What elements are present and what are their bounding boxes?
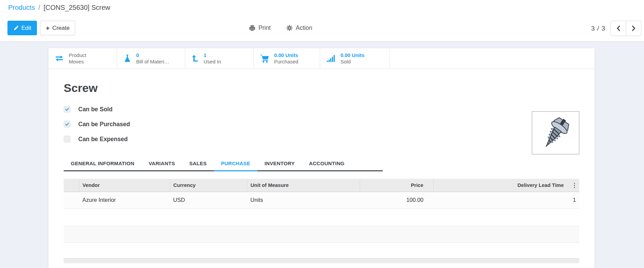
breadcrumb: Products / [CONS_25630] Screw: [8, 4, 110, 12]
vendor-pricelist-table: Vendor Currency Unit of Measure Price De…: [64, 179, 579, 209]
column-header-unit-of-measure[interactable]: Unit of Measure: [247, 179, 360, 192]
stat-value: 0.00 Units: [274, 52, 298, 58]
stat-button-box: Product Moves 0 Bill of Materi…: [48, 48, 595, 69]
toolbar: Edit + Create Print: [0, 21, 644, 36]
pager-next-button[interactable]: [626, 21, 641, 36]
stat-button-sold[interactable]: 0.00 Units Sold: [320, 48, 390, 69]
tab-accounting[interactable]: ACCOUNTING: [302, 157, 352, 170]
table-row[interactable]: Azure Interior USD Units 100.00 1: [64, 192, 579, 208]
checkbox-can-be-purchased[interactable]: Can be Purchased: [64, 120, 579, 128]
edit-button[interactable]: Edit: [7, 21, 37, 35]
screw-image: [537, 115, 574, 151]
chevron-right-icon: [631, 25, 636, 32]
checkbox-label: Can be Purchased: [78, 121, 130, 128]
stat-button-used-in[interactable]: 1 Used In: [185, 48, 254, 69]
print-menu-label: Print: [258, 24, 271, 32]
action-menu[interactable]: Action: [286, 24, 312, 32]
breadcrumb-current-record: [CONS_25630] Screw: [44, 4, 110, 12]
cell-vendor[interactable]: Azure Interior: [79, 192, 170, 208]
page-title: Screw: [64, 81, 579, 95]
checkbox-can-be-sold[interactable]: Can be Sold: [64, 106, 579, 113]
pager-previous-button[interactable]: [610, 21, 626, 36]
edit-button-label: Edit: [21, 25, 31, 32]
chevron-left-icon: [616, 25, 621, 32]
tab-sales[interactable]: SALES: [182, 157, 214, 170]
pager-buttons: [610, 21, 641, 36]
pager-count: 3 / 3: [591, 25, 605, 32]
create-button[interactable]: + Create: [40, 21, 75, 35]
create-button-label: Create: [52, 25, 69, 32]
notebook-tabs: GENERAL INFORMATION VARIANTS SALES PURCH…: [64, 157, 383, 171]
checkbox-unchecked-icon[interactable]: [64, 136, 70, 142]
stat-button-purchased[interactable]: 0.00 Units Purchased: [254, 48, 320, 69]
stat-button-product-moves[interactable]: Product Moves: [48, 48, 117, 69]
checkbox-can-be-expensed[interactable]: Can be Expensed: [64, 135, 579, 143]
stat-label: Used In: [204, 58, 221, 65]
product-image[interactable]: [532, 111, 579, 154]
cell-price[interactable]: 100.00: [360, 192, 433, 208]
print-menu[interactable]: Print: [249, 24, 271, 32]
column-header-label: Delivery Lead Time: [518, 182, 564, 188]
stat-label: Product: [69, 52, 86, 58]
stat-value: 0.00 Units: [340, 52, 365, 58]
pencil-icon: [13, 25, 19, 31]
tab-general-information[interactable]: GENERAL INFORMATION: [64, 157, 142, 170]
printer-icon: [249, 25, 255, 31]
action-menu-label: Action: [296, 24, 312, 32]
plus-icon: +: [46, 25, 49, 31]
empty-section-band: [64, 258, 579, 263]
column-header-vendor[interactable]: Vendor: [79, 179, 170, 192]
checkbox-checked-icon[interactable]: [64, 121, 70, 128]
empty-section-band: [64, 226, 579, 243]
column-header-price[interactable]: Price: [360, 179, 433, 192]
drag-handle-cell: [64, 192, 79, 208]
toolbar-left-buttons: Edit + Create: [7, 21, 75, 35]
gear-icon: [286, 25, 293, 31]
pager: 3 / 3: [591, 21, 641, 36]
checkbox-label: Can be Expensed: [78, 136, 128, 143]
cart-icon: [259, 54, 270, 63]
form-sheet: Product Moves 0 Bill of Materi…: [48, 48, 595, 268]
tab-purchase[interactable]: PURCHASE: [214, 157, 257, 171]
column-options-icon[interactable]: ⋮: [572, 182, 577, 188]
drag-handle-column-header: [64, 179, 79, 192]
stat-label: Sold: [340, 58, 365, 65]
checkbox-label: Can be Sold: [78, 106, 112, 113]
sheet-body: Screw Can be Sold Can be Purchased Can b…: [48, 81, 595, 263]
cell-unit-of-measure[interactable]: Units: [247, 192, 360, 208]
stat-label: Moves: [69, 58, 86, 65]
column-header-currency[interactable]: Currency: [170, 179, 247, 192]
checkbox-checked-icon[interactable]: [64, 106, 70, 113]
breadcrumb-products-link[interactable]: Products: [8, 4, 35, 12]
stat-label: Purchased: [274, 58, 298, 65]
control-panel: Products / [CONS_25630] Screw Edit + Cre…: [0, 0, 644, 42]
tab-variants[interactable]: VARIANTS: [142, 157, 182, 170]
stat-value: 0: [136, 52, 169, 58]
toolbar-center-menus: Print: [249, 21, 312, 35]
exchange-icon: [54, 54, 64, 63]
bar-chart-icon: [326, 54, 336, 63]
table-header-row: Vendor Currency Unit of Measure Price De…: [64, 179, 579, 192]
stat-label: Bill of Materi…: [136, 58, 169, 65]
cell-currency[interactable]: USD: [170, 192, 247, 208]
tab-inventory[interactable]: INVENTORY: [257, 157, 302, 170]
stat-value: 1: [204, 52, 221, 58]
level-up-icon: [191, 54, 199, 63]
cell-delivery-lead-time[interactable]: 1: [433, 192, 579, 208]
column-header-delivery-lead-time[interactable]: Delivery Lead Time ⋮: [433, 179, 579, 192]
flask-icon: [123, 53, 132, 63]
breadcrumb-separator: /: [38, 4, 40, 12]
stat-button-bill-of-materials[interactable]: 0 Bill of Materi…: [117, 48, 185, 69]
